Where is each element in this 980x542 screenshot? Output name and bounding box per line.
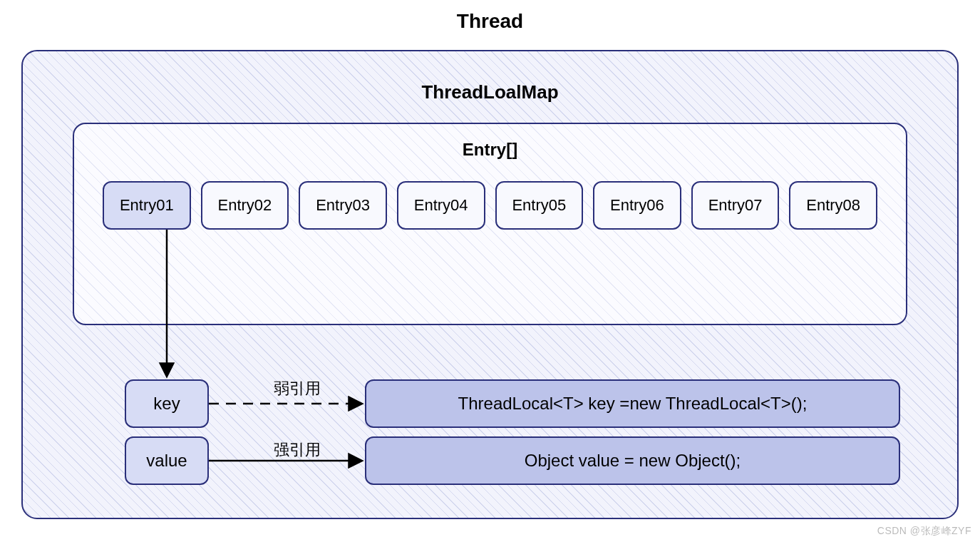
- value-box: value: [125, 436, 209, 485]
- entry-array-title: Entry[]: [74, 140, 906, 160]
- strong-ref-label: 强引用: [254, 439, 340, 461]
- entry-07: Entry07: [691, 181, 780, 230]
- entry-04: Entry04: [397, 181, 485, 230]
- threadlocalmap-title: ThreadLoalMap: [23, 81, 957, 103]
- threadlocalmap-box: Entry[] Entry01 Entry02 Entry03 Entry04 …: [73, 123, 907, 325]
- thread-box: ThreadLoalMap Entry[] Entry01 Entry02 En…: [21, 50, 959, 519]
- watermark: CSDN @张彦峰ZYF: [877, 525, 971, 538]
- entry-08: Entry08: [789, 181, 877, 230]
- entry-02: Entry02: [201, 181, 289, 230]
- entry-05: Entry05: [495, 181, 584, 230]
- entry-row: Entry01 Entry02 Entry03 Entry04 Entry05 …: [103, 181, 877, 230]
- diagram-canvas: Thread ThreadLoalMap Entry[] Entry01 Ent…: [0, 0, 980, 542]
- key-box: key: [125, 379, 209, 428]
- entry-03: Entry03: [299, 181, 387, 230]
- object-code-box: Object value = new Object();: [365, 436, 900, 485]
- entry-01: Entry01: [103, 181, 191, 230]
- threadlocal-code-box: ThreadLocal<T> key =new ThreadLocal<T>()…: [365, 379, 900, 428]
- thread-title: Thread: [0, 10, 980, 33]
- entry-06: Entry06: [593, 181, 681, 230]
- weak-ref-label: 弱引用: [254, 378, 340, 399]
